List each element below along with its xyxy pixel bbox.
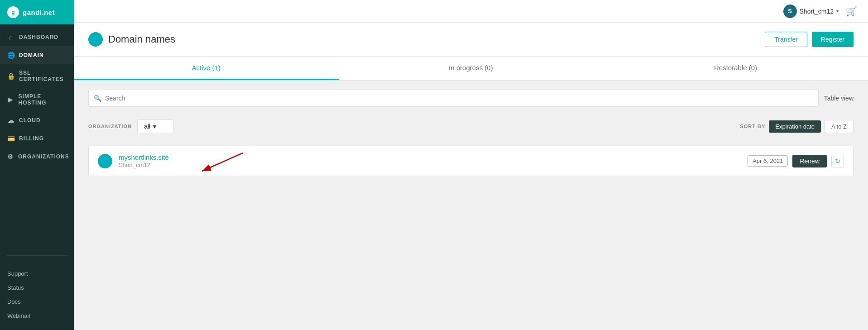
renew-button[interactable]: Renew xyxy=(792,155,827,167)
sort-area: SORT BY Expiration date A to Z xyxy=(740,120,854,133)
footer-link-status[interactable]: Status xyxy=(0,281,74,295)
domain-icon: 🌐 xyxy=(7,52,14,59)
user-menu[interactable]: S Short_cm12 ▾ xyxy=(783,5,839,18)
content: 🌐 Domain names Transfer Register Active … xyxy=(74,23,868,330)
sidebar-logo[interactable]: g gandi.net xyxy=(0,0,74,24)
logo-icon: g xyxy=(7,6,19,18)
page-title-area: 🌐 Domain names xyxy=(88,32,175,47)
sidebar-item-billing[interactable]: 💳 Billing xyxy=(0,129,74,148)
search-row: 🔍 Table view xyxy=(88,90,854,107)
sidebar-item-organizations[interactable]: ⚙ Organizations xyxy=(0,148,74,166)
org-filter: ORGANIZATION all ▾ xyxy=(88,120,173,133)
sidebar-label-organizations: Organizations xyxy=(18,153,69,160)
domain-actions: Apr 6, 2021 Renew ↻ xyxy=(748,155,844,167)
expiry-badge: Apr 6, 2021 xyxy=(748,155,788,167)
sidebar-label-domain: Domain xyxy=(19,52,44,58)
domain-owner: Short_cm12 xyxy=(119,162,748,168)
sidebar: g gandi.net ⌂ Dashboard 🌐 Domain 🔒 SSL C… xyxy=(0,0,74,330)
simple-hosting-icon: ▶ xyxy=(7,96,14,103)
tabs-bar: Active (1) In progress (0) Restorable (0… xyxy=(74,57,868,81)
sidebar-item-cloud[interactable]: ☁ Cloud xyxy=(0,111,74,129)
org-chevron-icon: ▾ xyxy=(153,123,156,130)
search-icon: 🔍 xyxy=(94,95,101,102)
tab-in-progress[interactable]: In progress (0) xyxy=(339,57,604,80)
dashboard-icon: ⌂ xyxy=(7,33,14,41)
filter-row: ORGANIZATION all ▾ SORT BY Expiration da… xyxy=(88,114,854,139)
topbar: S Short_cm12 ▾ 🛒 xyxy=(74,0,868,23)
ssl-icon: 🔒 xyxy=(7,72,14,80)
page-title: Domain names xyxy=(108,33,175,45)
sort-expiration-button[interactable]: Expiration date xyxy=(769,120,821,133)
transfer-button[interactable]: Transfer xyxy=(765,32,807,47)
page-actions: Transfer Register xyxy=(765,32,854,47)
tab-in-progress-label: In progress (0) xyxy=(449,64,493,72)
logo-text: gandi.net xyxy=(23,9,55,16)
domain-list: 🌐 myshortlinks.site Short_cm12 xyxy=(88,146,854,176)
footer-link-docs[interactable]: Docs xyxy=(0,295,74,309)
user-avatar: S xyxy=(783,5,797,18)
organizations-icon: ⚙ xyxy=(7,153,14,160)
tab-active-label: Active (1) xyxy=(192,64,221,72)
register-button[interactable]: Register xyxy=(812,32,854,47)
sidebar-footer: Support Status Docs Webmail xyxy=(0,263,74,330)
sidebar-label-cloud: Cloud xyxy=(19,117,41,124)
sidebar-item-simple-hosting[interactable]: ▶ Simple Hosting xyxy=(0,88,74,111)
domain-globe-icon: 🌐 xyxy=(88,32,103,47)
org-label: ORGANIZATION xyxy=(88,124,132,129)
tab-restorable-label: Restorable (0) xyxy=(714,64,757,72)
sidebar-item-dashboard[interactable]: ⌂ Dashboard xyxy=(0,28,74,46)
search-wrapper: 🔍 xyxy=(88,90,819,107)
org-select[interactable]: all ▾ xyxy=(137,120,173,133)
refresh-icon-button[interactable]: ↻ xyxy=(831,155,844,167)
sidebar-item-domain[interactable]: 🌐 Domain xyxy=(0,46,74,64)
cart-icon[interactable]: 🛒 xyxy=(846,6,857,17)
refresh-icon: ↻ xyxy=(835,158,840,165)
main: S Short_cm12 ▾ 🛒 🌐 Domain names Transfer… xyxy=(74,0,868,330)
sidebar-item-ssl[interactable]: 🔒 SSL Certificates xyxy=(0,64,74,88)
sidebar-label-simple-hosting: Simple Hosting xyxy=(19,93,67,106)
tab-active[interactable]: Active (1) xyxy=(74,57,339,80)
cloud-icon: ☁ xyxy=(7,117,14,124)
search-input[interactable] xyxy=(88,90,819,107)
sort-label: SORT BY xyxy=(740,124,765,129)
billing-icon: 💳 xyxy=(7,135,14,142)
org-value: all xyxy=(144,123,150,130)
sort-atoz-button[interactable]: A to Z xyxy=(825,120,854,133)
domain-row-globe-icon: 🌐 xyxy=(98,154,112,168)
domain-name-link[interactable]: myshortlinks.site xyxy=(119,153,169,161)
footer-link-webmail[interactable]: Webmail xyxy=(0,309,74,323)
sidebar-label-billing: Billing xyxy=(19,135,44,142)
table-row: 🌐 myshortlinks.site Short_cm12 xyxy=(89,146,853,176)
sidebar-label-ssl: SSL Certificates xyxy=(19,70,67,82)
table-view-toggle[interactable]: Table view xyxy=(824,95,854,102)
footer-link-support[interactable]: Support xyxy=(0,267,74,281)
tab-restorable[interactable]: Restorable (0) xyxy=(603,57,868,80)
user-name: Short_cm12 xyxy=(800,8,834,15)
sidebar-divider xyxy=(7,255,67,256)
chevron-down-icon: ▾ xyxy=(836,9,839,14)
domain-info: myshortlinks.site Short_cm12 xyxy=(119,153,748,168)
page-header: 🌐 Domain names Transfer Register xyxy=(74,23,868,57)
content-body: 🔍 Table view ORGANIZATION all ▾ SORT BY … xyxy=(74,81,868,185)
sidebar-label-dashboard: Dashboard xyxy=(19,34,58,40)
sidebar-nav: ⌂ Dashboard 🌐 Domain 🔒 SSL Certificates … xyxy=(0,24,74,248)
